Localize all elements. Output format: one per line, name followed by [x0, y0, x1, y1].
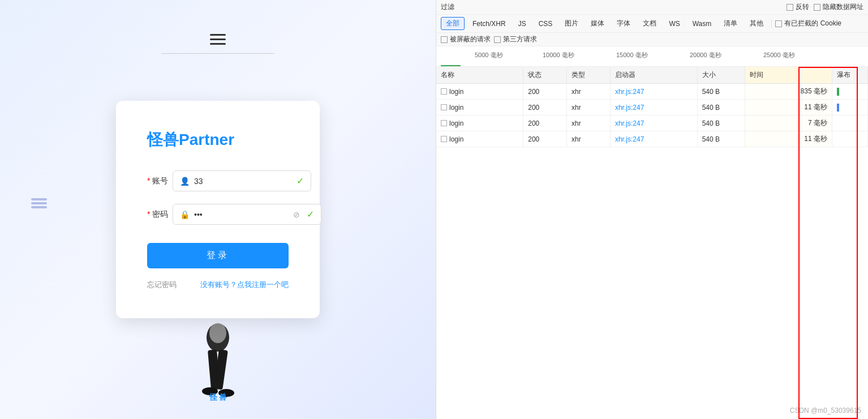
- initiator-link-1[interactable]: xhr.js:247: [615, 104, 644, 112]
- tab-doc[interactable]: 文档: [638, 18, 661, 29]
- col-header-type[interactable]: 类型: [567, 67, 611, 84]
- svg-point-5: [209, 323, 226, 343]
- blocked-request-label: 被屏蔽的请求: [450, 35, 491, 44]
- col-header-waterfall[interactable]: 瀑布: [832, 67, 867, 84]
- password-field: 密码 🔒 ⊘ ✓: [147, 204, 289, 225]
- tab-img[interactable]: 图片: [560, 18, 583, 29]
- cell-waterfall-3: [832, 131, 867, 147]
- tab-media[interactable]: 媒体: [586, 18, 609, 29]
- table-row[interactable]: login 200 xhr xhr.js:247 540 B 7 毫秒: [436, 116, 868, 131]
- account-label: 账号: [147, 176, 173, 186]
- initiator-link-0[interactable]: xhr.js:247: [615, 88, 644, 96]
- hide-data-url-group: 隐藏数据网址: [814, 2, 863, 12]
- reverse-label: 反转: [796, 2, 809, 12]
- table-row[interactable]: login 200 xhr xhr.js:247 540 B 835 毫秒: [436, 84, 868, 100]
- row-checkbox-3[interactable]: [441, 136, 447, 142]
- hide-data-url-checkbox[interactable]: [814, 4, 820, 11]
- account-input-wrapper[interactable]: 👤 ✓: [173, 170, 311, 191]
- cell-status-2: 200: [523, 116, 567, 131]
- col-header-status[interactable]: 状态: [523, 67, 567, 84]
- cell-time-2: 7 毫秒: [745, 116, 832, 131]
- filter-row-1: 过滤 反转 隐藏数据网址: [436, 0, 868, 15]
- password-input[interactable]: [194, 210, 293, 219]
- col-header-size[interactable]: 大小: [697, 67, 745, 84]
- eye-slash-icon[interactable]: ⊘: [293, 210, 300, 219]
- tab-fetch-xhr[interactable]: Fetch/XHR: [468, 19, 510, 29]
- col-header-name[interactable]: 名称: [436, 67, 523, 84]
- hamburger-menu-icon[interactable]: [210, 34, 226, 45]
- timeline-5000: 5000 毫秒: [475, 51, 503, 59]
- cell-status-1: 200: [523, 100, 567, 116]
- cell-type-0: xhr: [567, 84, 611, 100]
- blocked-cookie-checkbox[interactable]: [775, 20, 782, 27]
- waterfall-green-bar: [837, 88, 839, 96]
- tab-font[interactable]: 字体: [612, 18, 635, 29]
- cell-initiator-2: xhr.js:247: [610, 116, 697, 131]
- menu-container: [161, 34, 274, 54]
- tab-manifest[interactable]: 清单: [719, 18, 742, 29]
- cell-type-1: xhr: [567, 100, 611, 116]
- third-party-label: 第三方请求: [503, 35, 537, 44]
- reverse-checkbox[interactable]: [787, 4, 793, 11]
- cell-initiator-1: xhr.js:247: [610, 100, 697, 116]
- tab-other[interactable]: 其他: [745, 18, 768, 29]
- tab-wasm[interactable]: Wasm: [688, 19, 716, 29]
- login-button[interactable]: 登录: [147, 243, 289, 268]
- reverse-checkbox-group: 反转: [787, 2, 809, 12]
- tab-css[interactable]: CSS: [534, 19, 557, 29]
- cell-type-3: xhr: [567, 131, 611, 147]
- cell-status-3: 200: [523, 131, 567, 147]
- cell-name-2: login: [436, 116, 523, 131]
- password-check-icon: ✓: [307, 209, 314, 220]
- row-checkbox-0[interactable]: [441, 88, 447, 95]
- blocked-request-group: 被屏蔽的请求: [441, 35, 491, 44]
- third-party-checkbox[interactable]: [494, 36, 501, 43]
- cell-waterfall-2: [832, 116, 867, 131]
- timeline-markers: 5000 毫秒 10000 毫秒 15000 毫秒 20000 毫秒 25000…: [441, 46, 868, 67]
- filter-row-3: 被屏蔽的请求 第三方请求: [436, 33, 868, 46]
- blocked-cookie-label: 有已拦截的 Cookie: [784, 19, 841, 28]
- hide-data-url-label: 隐藏数据网址: [823, 2, 863, 12]
- network-table-body: login 200 xhr xhr.js:247 540 B 835 毫秒 lo…: [436, 84, 868, 147]
- row-checkbox-2[interactable]: [441, 120, 447, 126]
- col-header-time[interactable]: 时间: [745, 67, 832, 84]
- filter-row-2: 全部 Fetch/XHR JS CSS 图片 媒体 字体 文档 WS Wasm …: [436, 15, 868, 33]
- svg-text:怪: 怪: [209, 393, 218, 401]
- cell-size-0: 540 B: [697, 84, 745, 100]
- left-decoration: [31, 198, 47, 208]
- account-field: 账号 👤 ✓: [147, 170, 289, 191]
- person-svg: 怪 兽: [178, 303, 257, 417]
- timeline-10000: 10000 毫秒: [543, 51, 574, 59]
- tab-all[interactable]: 全部: [441, 17, 465, 30]
- timeline-row: 5000 毫秒 10000 毫秒 15000 毫秒 20000 毫秒 25000…: [436, 46, 868, 67]
- user-icon: 👤: [180, 177, 190, 186]
- devtools-panel: 过滤 反转 隐藏数据网址 全部 Fetch/XHR JS CSS 图片 媒体 字…: [436, 0, 868, 419]
- initiator-link-2[interactable]: xhr.js:247: [615, 119, 644, 127]
- register-link[interactable]: 没有账号？点我注册一个吧: [200, 280, 289, 290]
- csdn-watermark: CSDN @m0_53039615: [790, 407, 861, 414]
- cell-waterfall-0: [832, 84, 867, 100]
- table-row[interactable]: login 200 xhr xhr.js:247 540 B 11 毫秒: [436, 131, 868, 147]
- blocked-request-checkbox[interactable]: [441, 36, 448, 43]
- account-check-icon: ✓: [297, 176, 304, 186]
- initiator-link-3[interactable]: xhr.js:247: [615, 135, 644, 143]
- tab-ws[interactable]: WS: [664, 19, 684, 29]
- svg-text:兽: 兽: [219, 392, 227, 401]
- app-title: 怪兽Partner: [147, 129, 289, 151]
- account-input[interactable]: [194, 177, 293, 186]
- cell-type-2: xhr: [567, 116, 611, 131]
- lock-icon: 🔒: [180, 210, 190, 219]
- row-checkbox-1[interactable]: [441, 104, 447, 110]
- timeline-20000: 20000 毫秒: [690, 51, 721, 59]
- tab-js[interactable]: JS: [514, 19, 531, 29]
- timeline-15000: 15000 毫秒: [616, 51, 648, 59]
- password-input-wrapper[interactable]: 🔒 ⊘ ✓: [173, 204, 321, 225]
- table-row[interactable]: login 200 xhr xhr.js:247 540 B 11 毫秒: [436, 100, 868, 116]
- forgot-password-link[interactable]: 忘记密码: [147, 280, 177, 290]
- network-table-container: 名称 状态 类型 启动器 大小 时间 瀑布 login 200 xhr: [436, 67, 868, 419]
- table-header-row: 名称 状态 类型 启动器 大小 时间 瀑布: [436, 67, 868, 84]
- timeline-25000: 25000 毫秒: [763, 51, 795, 59]
- col-header-initiator[interactable]: 启动器: [610, 67, 697, 84]
- cell-time-0: 835 毫秒: [745, 84, 832, 100]
- cell-waterfall-1: [832, 100, 867, 116]
